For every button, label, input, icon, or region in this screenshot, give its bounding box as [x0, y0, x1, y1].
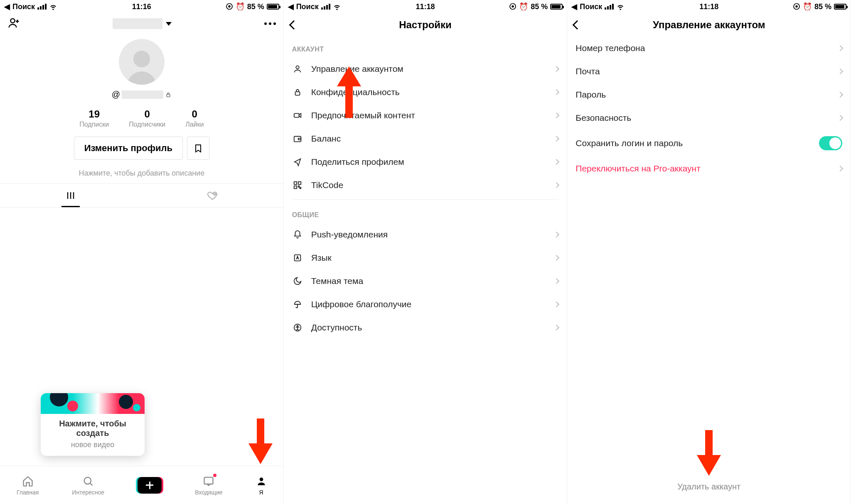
- svg-rect-19: [294, 182, 296, 184]
- back-app-label: Поиск: [296, 2, 319, 11]
- bookmarks-button[interactable]: [187, 137, 209, 160]
- wifi-icon: [333, 2, 341, 11]
- chevron-right-icon: [553, 89, 559, 95]
- row-label: Почта: [576, 66, 830, 76]
- back-app-tri: ◀: [288, 2, 294, 11]
- annotation-arrow-me: [248, 418, 273, 464]
- annotation-arrow-delete: [697, 430, 721, 476]
- back-button[interactable]: [574, 22, 580, 28]
- tab-me-label: Я: [259, 489, 263, 496]
- row-security[interactable]: Безопасность: [567, 106, 851, 130]
- username-dropdown[interactable]: [113, 18, 172, 29]
- umbrella-icon: [292, 300, 303, 309]
- svg-point-26: [297, 325, 298, 327]
- svg-rect-12: [257, 418, 264, 445]
- tab-grid[interactable]: [0, 184, 142, 207]
- svg-marker-30: [697, 455, 721, 476]
- avatar[interactable]: [119, 39, 165, 85]
- row-balance[interactable]: Баланс: [284, 127, 567, 150]
- lock-icon: [292, 88, 303, 97]
- tab-discover-label: Интересное: [72, 489, 104, 496]
- stat-likes[interactable]: 0 Лайки: [185, 108, 204, 128]
- back-app-label: Поиск: [580, 2, 602, 11]
- tab-create[interactable]: [138, 477, 162, 494]
- row-password[interactable]: Пароль: [567, 83, 851, 106]
- chevron-right-icon: [837, 45, 843, 51]
- tab-me[interactable]: Я: [256, 475, 267, 496]
- svg-point-0: [11, 19, 15, 23]
- row-push[interactable]: Push-уведомления: [284, 223, 567, 246]
- status-bar: ◀ Поиск 11:18 ⦿ ⏰ 85 %: [284, 0, 567, 13]
- bell-icon: [292, 230, 303, 239]
- tab-discover[interactable]: Интересное: [72, 475, 104, 496]
- status-time: 11:18: [416, 2, 435, 11]
- tab-inbox-label: Входящие: [195, 489, 222, 496]
- battery-pct: 85 %: [814, 2, 831, 11]
- chevron-right-icon: [553, 301, 559, 307]
- row-digital-wellbeing[interactable]: Цифровое благополучие: [284, 293, 567, 316]
- moon-icon: [292, 276, 303, 286]
- row-email[interactable]: Почта: [567, 60, 851, 83]
- svg-marker-13: [248, 443, 273, 464]
- signal-icon: [321, 4, 330, 10]
- svg-rect-10: [204, 477, 213, 484]
- chevron-right-icon: [837, 69, 843, 74]
- row-content-pref[interactable]: Предпочитаемый контент: [284, 104, 567, 127]
- row-phone[interactable]: Номер телефона: [567, 37, 851, 60]
- stat-followers[interactable]: 0 Подписчики: [129, 108, 165, 128]
- row-accessibility[interactable]: Доступность: [284, 316, 567, 339]
- signal-icon: [605, 4, 614, 10]
- toggle-save-login[interactable]: [819, 136, 842, 150]
- svg-point-11: [259, 477, 263, 481]
- row-label: Управление аккаунтом: [311, 64, 546, 74]
- add-friends-button[interactable]: [7, 17, 20, 31]
- location-icon: ⦿: [509, 2, 517, 11]
- navbar-manage: Управление аккаунтом: [567, 13, 851, 37]
- row-label: Поделиться профилем: [311, 157, 546, 167]
- chevron-left-icon: [289, 20, 298, 30]
- tooltip-line2: новое видео: [47, 440, 139, 449]
- row-language[interactable]: Язык: [284, 246, 567, 269]
- chevron-down-icon: [166, 22, 172, 26]
- row-manage-account[interactable]: Управление аккаунтом: [284, 57, 567, 81]
- bottom-tabbar: Главная Интересное Входящие Я: [0, 466, 283, 504]
- row-tikcode[interactable]: TikCode: [284, 174, 567, 197]
- row-label: Предпочитаемый контент: [311, 110, 546, 120]
- row-label: Доступность: [311, 323, 546, 333]
- battery-icon: [550, 4, 563, 10]
- page-title: Настройки: [399, 19, 452, 31]
- status-time: 11:16: [132, 2, 151, 11]
- more-options-button[interactable]: [264, 22, 276, 25]
- person-icon: [292, 64, 303, 73]
- tab-home[interactable]: Главная: [17, 475, 39, 496]
- battery-pct: 85 %: [247, 2, 264, 11]
- stat-following[interactable]: 19 Подписки: [79, 108, 109, 128]
- back-button[interactable]: [290, 22, 297, 28]
- chevron-right-icon: [553, 325, 559, 330]
- row-privacy[interactable]: Конфиденциальность: [284, 81, 567, 104]
- chevron-right-icon: [553, 182, 559, 188]
- row-share-profile[interactable]: Поделиться профилем: [284, 150, 567, 174]
- chevron-right-icon: [837, 166, 843, 171]
- username-redacted: [113, 18, 162, 29]
- row-dark-mode[interactable]: Темная тема: [284, 269, 567, 293]
- notification-dot-icon: [213, 474, 216, 477]
- row-label: Безопасность: [576, 113, 830, 123]
- row-label: TikCode: [311, 180, 546, 190]
- section-header-general: ОБЩИЕ: [284, 202, 567, 223]
- svg-rect-29: [705, 430, 713, 457]
- tab-inbox[interactable]: Входящие: [195, 475, 222, 496]
- accessibility-icon: [292, 323, 303, 332]
- tooltip-line1a: Нажмите, чтобы: [47, 419, 139, 428]
- row-save-login[interactable]: Сохранить логин и пароль: [567, 130, 851, 157]
- handle-at: @: [112, 90, 120, 99]
- chevron-right-icon: [837, 92, 843, 98]
- add-bio-hint[interactable]: Нажмите, чтобы добавить описание: [0, 169, 283, 178]
- edit-profile-button[interactable]: Изменить профиль: [74, 137, 183, 160]
- delete-account-button[interactable]: Удалить аккаунт: [567, 482, 851, 492]
- tab-liked[interactable]: [142, 184, 283, 207]
- wifi-icon: [49, 2, 57, 11]
- row-switch-pro[interactable]: Переключиться на Pro-аккаунт: [567, 157, 851, 180]
- svg-rect-22: [298, 186, 300, 187]
- page-title: Управление аккаунтом: [653, 19, 765, 31]
